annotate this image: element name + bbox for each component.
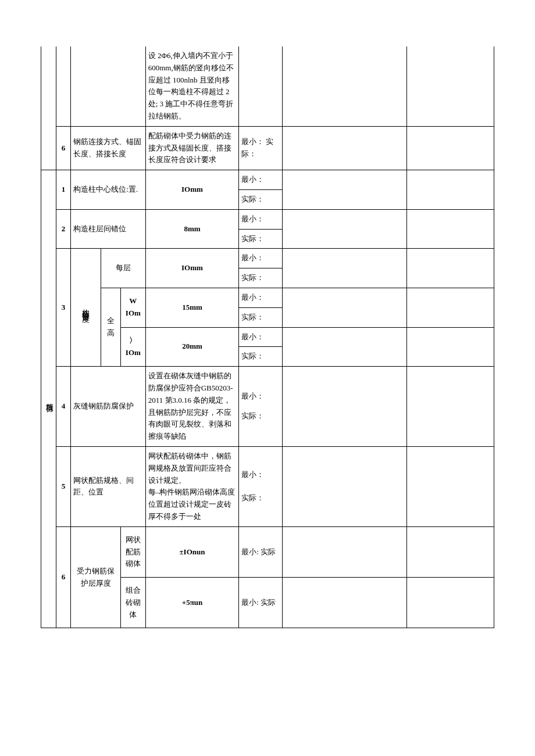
blank-cell xyxy=(407,288,494,327)
blank-cell xyxy=(407,446,494,526)
min-cell: 最小： xyxy=(239,367,283,407)
spec-cell: 网状配筋砖砌体中，钢筋网规格及放置间距应符合设计规定。 每–构件钢筋网沿砌体高度… xyxy=(145,446,239,526)
actual-cell: 实际： xyxy=(239,307,283,327)
table-row: 设 2Φ6,伸入墙内不宜小于 600mm,钢筋的竖向移位不应超过 100nlnb… xyxy=(41,46,494,126)
row-num: 6 xyxy=(56,126,71,170)
category-cell-empty xyxy=(41,46,56,170)
blank-cell xyxy=(283,46,407,126)
table-row: 5 网状配筋规格、间距、位置 网状配筋砖砌体中，钢筋网规格及放置间距应符合设计规… xyxy=(41,446,494,486)
table-row: 般项目 1 构造柱中心线位:置. IOmm 最小： xyxy=(41,170,494,190)
spec-cell: 15mm xyxy=(145,288,239,327)
row-num: 3 xyxy=(56,249,71,367)
actual-cell: 实际： xyxy=(239,347,283,367)
min-cell: 最小： xyxy=(239,249,283,268)
blank-cell xyxy=(283,446,407,526)
item-name: 构造柱垂直度 xyxy=(71,249,101,367)
blank-cell xyxy=(283,578,407,628)
spec-cell: 设置在砌体灰缝中钢筋的防腐保护应符合GB50203-2011 第3.0.16 条… xyxy=(145,367,239,447)
table-row: 全高 W IOm 15mm 最小： xyxy=(41,288,494,307)
item-name: 钢筋连接方式、锚固长度、搭接长度 xyxy=(71,126,145,170)
blank-cell xyxy=(283,526,407,577)
row-num: 5 xyxy=(56,446,71,526)
minactual-cell: 最小: 实际 xyxy=(239,578,283,628)
blank-cell xyxy=(283,367,407,447)
spec-cell: 8mm xyxy=(145,209,239,249)
actual-cell: 实际： xyxy=(239,407,283,447)
min-cell: 最小： xyxy=(239,209,283,229)
actual-cell: 实际： xyxy=(239,229,283,249)
table-row: 6 钢筋连接方式、锚固长度、搭接长度 配筋砌体中受力钢筋的连接方式及锚固长度、搭… xyxy=(41,126,494,170)
blank-cell xyxy=(407,327,494,367)
row-num: 4 xyxy=(56,367,71,447)
inspection-table: 设 2Φ6,伸入墙内不宜小于 600mm,钢筋的竖向移位不应超过 100nlnb… xyxy=(41,46,494,628)
blank-cell xyxy=(407,578,494,628)
spec-cell: ±IOnun xyxy=(145,526,239,577)
blank-cell xyxy=(407,249,494,288)
actual-cell: 实际： xyxy=(239,486,283,526)
minactual-cell: 最小: 实际 xyxy=(239,526,283,577)
actual-cell: 实际： xyxy=(239,268,283,288)
spec-cell: 配筋砌体中受力钢筋的连接方式及锚固长度、搭接长度应符合设计要求 xyxy=(145,126,239,170)
item-name: 灰缝钢筋防腐保护 xyxy=(71,367,145,447)
blank-cell xyxy=(283,209,407,249)
minactual-cell: 最小： 实际： xyxy=(239,126,283,170)
blank-cell xyxy=(283,170,407,210)
item-name: 受力钢筋保护层厚度 xyxy=(71,526,121,628)
spec-cell: 20mm xyxy=(145,327,239,367)
table-row: 2 构造柱层间错位 8mm 最小： xyxy=(41,209,494,229)
spec-cell: IOmm xyxy=(145,170,239,210)
blank-cell xyxy=(283,327,407,367)
blank-cell xyxy=(283,249,407,288)
cell-empty xyxy=(56,46,71,126)
min-cell: 最小： xyxy=(239,170,283,190)
blank-cell xyxy=(407,170,494,210)
sub-label: 组合砖砌体 xyxy=(120,578,145,628)
min-cell: 最小： xyxy=(239,327,283,347)
table-row: 3 构造柱垂直度 每层 IOmm 最小： xyxy=(41,249,494,268)
row-num: 1 xyxy=(56,170,71,210)
cell-empty xyxy=(71,46,145,126)
table-row: 6 受力钢筋保护层厚度 网状配筋砌体 ±IOnun 最小: 实际 xyxy=(41,526,494,577)
blank-cell xyxy=(283,126,407,170)
spec-cell: IOmm xyxy=(145,249,239,288)
min-cell: 最小： xyxy=(239,288,283,307)
sub-label: 〉IOm xyxy=(120,327,145,367)
spec-cell: 设 2Φ6,伸入墙内不宜小于 600mm,钢筋的竖向移位不应超过 100nlnb… xyxy=(145,46,239,126)
sub-label: 每层 xyxy=(101,249,145,288)
item-name: 构造柱中心线位:置. xyxy=(71,170,145,210)
spec-cell: +5πun xyxy=(145,578,239,628)
row-num: 2 xyxy=(56,209,71,249)
actual-cell: 实际： xyxy=(239,189,283,209)
sub-label: 全高 xyxy=(101,288,120,366)
item-name: 构造柱层间错位 xyxy=(71,209,145,249)
blank-cell xyxy=(407,526,494,577)
minactual-cell xyxy=(239,46,283,126)
min-cell: 最小： xyxy=(239,446,283,486)
sub-label: W IOm xyxy=(120,288,145,327)
category-label: 般项目 xyxy=(41,170,56,628)
blank-cell xyxy=(283,288,407,327)
blank-cell xyxy=(407,126,494,170)
item-name: 网状配筋规格、间距、位置 xyxy=(71,446,145,526)
blank-cell xyxy=(407,46,494,126)
table-row: 4 灰缝钢筋防腐保护 设置在砌体灰缝中钢筋的防腐保护应符合GB50203-201… xyxy=(41,367,494,407)
blank-cell xyxy=(407,209,494,249)
sub-label: 网状配筋砌体 xyxy=(120,526,145,577)
row-num: 6 xyxy=(56,526,71,628)
blank-cell xyxy=(407,367,494,447)
